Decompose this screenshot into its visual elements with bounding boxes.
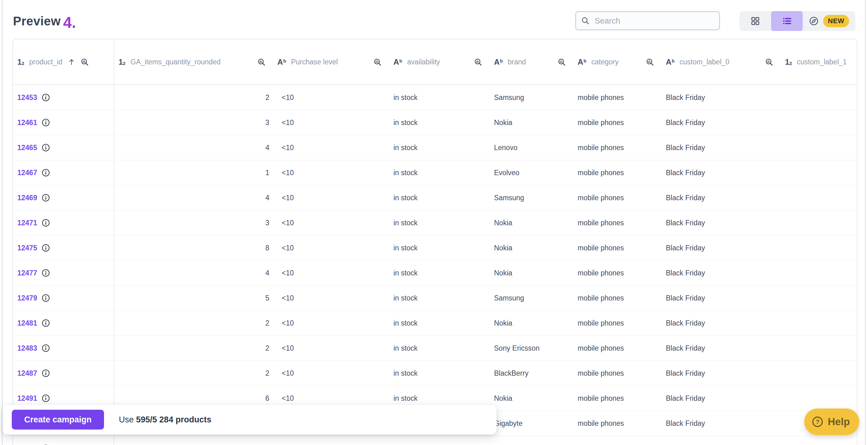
cell-value: 3 [265, 219, 269, 227]
grid-view-button[interactable] [740, 11, 771, 31]
table-row: 124654<10in stockLenovomobile phonesBlac… [13, 135, 857, 160]
cell-category: mobile phones [573, 336, 661, 360]
column-search-icon[interactable] [474, 58, 482, 66]
search-input[interactable] [594, 16, 714, 26]
column-search-icon[interactable] [646, 58, 654, 66]
column-header-quantity[interactable]: 12GA_items_quantity_rounded [114, 39, 273, 85]
product-id-link[interactable]: 12453 [17, 93, 37, 102]
column-header-purchase_level[interactable]: AbPurchase level [273, 39, 389, 85]
cell-value: mobile phones [578, 93, 624, 102]
cell-value: in stock [394, 169, 417, 177]
cell-purchase_level: <10 [273, 286, 389, 310]
cell-value: Samsung [494, 93, 524, 102]
column-search-icon[interactable] [373, 58, 382, 66]
cell-quantity: 5 [114, 436, 273, 445]
cell-custom_label_0: Black Friday [661, 110, 781, 135]
column-search-icon[interactable] [765, 58, 773, 66]
cell-brand: Gigabyte [490, 411, 573, 436]
column-header-category[interactable]: Abcategory [573, 39, 661, 85]
cell-brand: Nokia [490, 386, 573, 411]
cell-purchase_level: <10 [273, 361, 389, 386]
product-id-link[interactable]: 12471 [17, 219, 37, 227]
cell-value: Black Friday [666, 194, 705, 202]
cell-product_id: 12483 [13, 336, 114, 360]
info-icon[interactable] [41, 219, 50, 227]
cell-category: mobile phones [573, 235, 661, 260]
help-label: Help [828, 416, 850, 428]
cell-purchase_level: <10 [273, 135, 389, 160]
column-label: custom_label_1 [797, 58, 847, 66]
product-id-link[interactable]: 12469 [17, 194, 37, 202]
help-button[interactable]: ? Help [804, 409, 859, 435]
number-type-icon: 12 [785, 58, 792, 66]
product-id-link[interactable]: 12479 [17, 294, 37, 303]
info-icon[interactable] [41, 394, 50, 403]
product-id-link[interactable]: 12491 [17, 394, 37, 403]
column-header-brand[interactable]: Abbrand [490, 39, 573, 85]
cell-custom_label_1 [781, 160, 857, 185]
column-header-availability[interactable]: Abavailability [389, 39, 490, 85]
cell-availability: in stock [389, 185, 490, 210]
info-icon[interactable] [41, 93, 50, 102]
cell-value: Black Friday [666, 244, 705, 252]
explore-view-button[interactable]: NEW [803, 11, 855, 31]
column-search-icon[interactable] [558, 58, 566, 66]
product-id-link[interactable]: 12461 [17, 119, 37, 127]
cell-custom_label_0: Black Friday [661, 85, 781, 110]
info-icon[interactable] [41, 244, 50, 252]
info-icon[interactable] [41, 344, 50, 352]
info-icon[interactable] [41, 193, 50, 202]
info-icon[interactable] [41, 319, 50, 327]
product-id-link[interactable]: 12487 [17, 369, 37, 378]
cell-value: in stock [394, 194, 417, 202]
cell-product_id: 12475 [13, 235, 114, 260]
table-row: 124832<10in stockSony Ericssonmobile pho… [13, 336, 857, 361]
column-header-product_id[interactable]: 12product_id [13, 39, 114, 85]
cell-custom_label_0: Black Friday [661, 185, 781, 210]
product-id-link[interactable]: 12465 [17, 144, 37, 152]
cell-custom_label_0: Black Friday [661, 135, 781, 160]
column-header-custom_label_1[interactable]: 12custom_label_1 [781, 39, 857, 85]
cell-value: in stock [394, 394, 417, 403]
column-label: custom_label_0 [680, 58, 729, 66]
info-icon[interactable] [41, 118, 50, 127]
product-id-link[interactable]: 12475 [17, 244, 37, 252]
cell-value: Samsung [494, 194, 524, 202]
column-search-icon[interactable] [81, 58, 89, 66]
cell-availability: in stock [389, 85, 490, 110]
create-campaign-button[interactable]: Create campaign [12, 410, 104, 430]
cell-value: Black Friday [666, 419, 705, 428]
table-row: 124774<10in stockNokiamobile phonesBlack… [13, 260, 857, 286]
column-label: GA_items_quantity_rounded [130, 58, 221, 66]
column-header-custom_label_0[interactable]: Abcustom_label_0 [661, 39, 781, 85]
cell-value: in stock [394, 344, 417, 352]
product-id-link[interactable]: 12481 [17, 319, 37, 327]
cell-value: mobile phones [578, 319, 624, 327]
cell-value: Nokia [494, 119, 512, 127]
cell-purchase_level: <10 [273, 160, 389, 185]
info-icon[interactable] [41, 168, 50, 177]
info-icon[interactable] [41, 143, 50, 152]
cell-value: 1 [265, 169, 269, 177]
product-id-link[interactable]: 12483 [17, 344, 37, 352]
cell-quantity: 2 [114, 85, 273, 110]
column-search-icon[interactable] [257, 58, 266, 66]
cell-purchase_level: <10 [273, 211, 389, 235]
info-icon[interactable] [41, 294, 50, 303]
list-view-button[interactable] [771, 11, 803, 31]
cell-value: <10 [282, 269, 294, 277]
table-row: 124955<10in stockSamsungmobile phonesBla… [13, 436, 857, 445]
cell-value: 4 [265, 194, 269, 202]
product-id-link[interactable]: 12467 [17, 169, 37, 177]
product-id-link[interactable]: 12477 [17, 269, 37, 277]
info-icon[interactable] [41, 268, 50, 277]
cell-value: mobile phones [578, 294, 624, 303]
info-icon[interactable] [41, 369, 50, 378]
cell-value: <10 [282, 369, 294, 378]
cell-custom_label_0: Black Friday [661, 336, 781, 360]
cell-value: mobile phones [578, 119, 624, 127]
cell-category: mobile phones [573, 411, 661, 436]
cell-category: mobile phones [573, 135, 661, 160]
cell-product_id: 12495 [13, 436, 114, 445]
cell-brand: Evolveo [490, 160, 573, 185]
